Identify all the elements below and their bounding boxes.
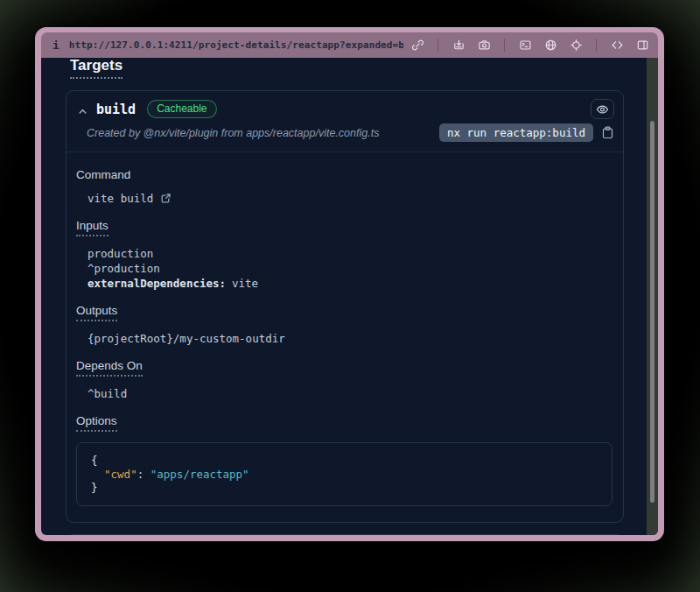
build-target-header[interactable]: build Cacheable: [66, 91, 623, 119]
chevron-up-icon: [78, 104, 88, 114]
input-item: externalDependencies: vite: [88, 276, 612, 291]
eye-icon: [596, 103, 609, 116]
target-card-serve: serve vite serve: [66, 534, 624, 536]
inputs-section: Inputs production ^production externalDe…: [76, 217, 612, 291]
page-content: Targets build Cacheable: [41, 58, 658, 535]
command-label: Command: [76, 168, 130, 181]
input-item: ^production: [88, 261, 612, 276]
command-section: Command vite build: [76, 166, 612, 206]
view-target-graph-button[interactable]: [591, 99, 614, 119]
scroll-area: Targets build Cacheable: [41, 58, 647, 535]
json-key: "cwd": [104, 468, 137, 481]
scrollbar-track[interactable]: [647, 58, 658, 535]
command-value: vite build: [88, 191, 153, 206]
code-icon[interactable]: [610, 39, 624, 53]
output-item: {projectRoot}/my-custom-outdir: [88, 331, 612, 346]
input-item: production: [88, 246, 612, 261]
build-target-subheader: Created by @nx/vite/plugin from apps/rea…: [66, 119, 623, 152]
browser-window: i http://127.0.0.1:4211/project-details/…: [35, 27, 664, 541]
created-by-text: Created by @nx/vite/plugin from apps/rea…: [87, 127, 379, 139]
browser-toolbar: i http://127.0.0.1:4211/project-details/…: [41, 32, 658, 58]
camera-icon[interactable]: [477, 39, 491, 53]
split-panel-icon[interactable]: [635, 39, 649, 53]
outputs-label: Outputs: [76, 304, 117, 321]
build-target-details: Command vite build Inputs production: [66, 152, 623, 522]
json-line: {: [91, 454, 598, 468]
options-section: Options { "cwd": "apps/reactapp" }: [76, 412, 612, 506]
link-icon[interactable]: [410, 39, 424, 53]
address-bar[interactable]: http://127.0.0.1:4211/project-details/re…: [69, 39, 403, 51]
options-json-block: { "cwd": "apps/reactapp" }: [76, 442, 612, 506]
json-value: "apps/reactapp": [150, 468, 249, 481]
copy-icon[interactable]: [600, 126, 614, 140]
cacheable-badge: Cacheable: [147, 100, 216, 118]
terminal-icon[interactable]: [518, 39, 532, 53]
input-key: externalDependencies:: [88, 276, 226, 291]
outputs-section: Outputs {projectRoot}/my-custom-outdir: [76, 302, 612, 346]
depends-on-item: ^build: [88, 386, 612, 401]
depends-on-section: Depends On ^build: [76, 357, 612, 401]
command-value-row: vite build: [88, 191, 612, 206]
target-name: build: [96, 102, 136, 117]
target-card-build: build Cacheable Created by @nx/vite/plug…: [66, 90, 624, 523]
page-title: Targets: [70, 58, 122, 79]
toolbar-separator: [596, 39, 597, 52]
toolbar-separator: [438, 39, 438, 52]
info-icon: i: [52, 39, 60, 52]
inputs-label: Inputs: [76, 219, 108, 236]
toolbar-separator: [504, 39, 505, 52]
json-line: }: [91, 481, 598, 495]
import-icon[interactable]: [452, 39, 466, 53]
json-line: "cwd": "apps/reactapp": [104, 468, 598, 482]
options-label: Options: [76, 414, 117, 432]
toolbar-actions: [410, 39, 649, 53]
external-link-icon[interactable]: [160, 193, 172, 204]
run-command-chip: nx run reactapp:build: [439, 123, 593, 142]
window-inner: i http://127.0.0.1:4211/project-details/…: [41, 32, 658, 535]
depends-on-label: Depends On: [76, 359, 143, 377]
web-icon[interactable]: [543, 39, 557, 53]
json-colon: :: [137, 468, 150, 481]
locate-icon[interactable]: [569, 39, 583, 53]
serve-target-header[interactable]: serve vite serve: [66, 535, 623, 536]
scrollbar-thumb[interactable]: [650, 121, 654, 503]
input-value: vite: [232, 276, 258, 291]
